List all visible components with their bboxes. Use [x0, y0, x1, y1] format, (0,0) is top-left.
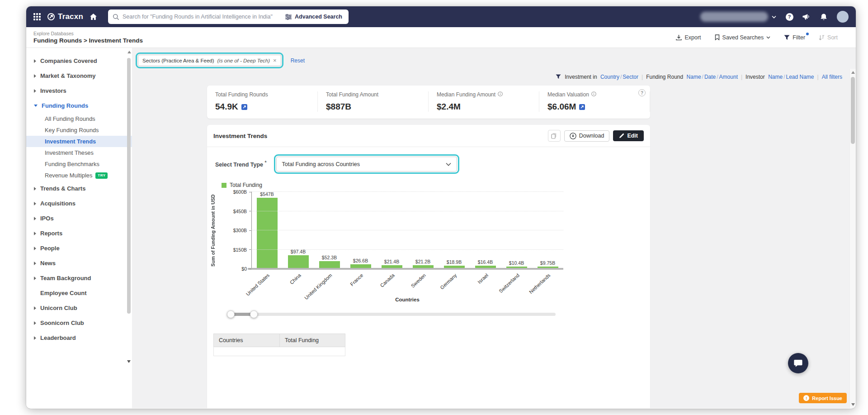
- sidebar-item-market-taxonomy[interactable]: Market & Taxonomy: [26, 68, 132, 83]
- reset-filters-link[interactable]: Reset: [291, 57, 305, 64]
- separator: |: [817, 74, 819, 80]
- legend-label: Total Funding: [230, 182, 262, 188]
- user-menu[interactable]: [700, 12, 776, 22]
- table-row: [213, 347, 345, 356]
- sidebar-item-soonicorn-club[interactable]: Soonicorn Club: [26, 315, 132, 330]
- bar-slot: $16.4B: [470, 259, 501, 268]
- search-input[interactable]: [123, 14, 279, 20]
- sidebar-item-all-funding-rounds[interactable]: All Funding Rounds: [26, 113, 132, 124]
- expand-icon[interactable]: [579, 104, 585, 110]
- sidebar-item-people[interactable]: People: [26, 241, 132, 256]
- scroll-up-icon[interactable]: [851, 71, 855, 74]
- pencil-icon: [619, 133, 624, 138]
- all-filters-link[interactable]: All filters: [822, 74, 842, 80]
- sidebar-item-revenue-multiples[interactable]: Revenue MultiplesTRY: [26, 170, 132, 181]
- sidebar-item-companies-covered[interactable]: Companies Covered: [26, 53, 132, 68]
- separator: |: [741, 74, 742, 80]
- trend-type-select[interactable]: Total Funding across Countries: [276, 157, 457, 172]
- sidebar-item-acquisitions[interactable]: Acquisitions: [26, 196, 132, 211]
- gridline: [251, 249, 563, 250]
- filter-button[interactable]: Filter: [784, 34, 805, 41]
- scroll-down-icon[interactable]: [851, 403, 855, 406]
- info-icon[interactable]: [591, 91, 596, 98]
- quick-filter-sector[interactable]: Sector: [623, 74, 638, 80]
- bar-france[interactable]: [350, 264, 371, 268]
- sort-button[interactable]: Sort: [819, 34, 838, 41]
- notifications-button[interactable]: [820, 13, 828, 21]
- quick-filter-amount[interactable]: Amount: [719, 74, 738, 80]
- sidebar-scroll-thumb[interactable]: [127, 58, 131, 314]
- home-icon[interactable]: [90, 13, 97, 20]
- x-label-slot: France: [345, 269, 376, 297]
- help-icon[interactable]: ?: [638, 89, 646, 96]
- sidebar-item-leaderboard[interactable]: Leaderboard: [26, 330, 132, 345]
- copy-button[interactable]: [548, 130, 561, 142]
- announcements-button[interactable]: [802, 13, 811, 21]
- sidebar-item-investment-theses[interactable]: Investment Theses: [26, 147, 132, 158]
- edit-button[interactable]: Edit: [613, 130, 644, 141]
- chevron-right-icon: [34, 306, 36, 310]
- stat-value: $6.06M: [547, 102, 642, 112]
- bar-slot: $18.9B: [439, 259, 470, 268]
- chat-widget-button[interactable]: [788, 353, 808, 373]
- page-scrollbar[interactable]: [849, 69, 856, 408]
- advanced-search-button[interactable]: Advanced Search: [279, 10, 349, 24]
- bar-china[interactable]: [288, 255, 309, 268]
- export-button[interactable]: Export: [676, 34, 701, 41]
- x-axis-title: Countries: [251, 297, 563, 302]
- user-name-redacted: [700, 12, 768, 22]
- table-header-countries[interactable]: Countries: [213, 334, 279, 347]
- x-tick-label: France: [349, 272, 364, 287]
- report-issue-button[interactable]: ! Report Issue: [799, 393, 847, 403]
- slider-handle-right[interactable]: [250, 310, 258, 318]
- scroll-up-icon: [127, 51, 131, 53]
- chevron-down-icon: [766, 36, 770, 39]
- quick-filter-lead-name[interactable]: Lead Name: [786, 74, 814, 80]
- slider-track[interactable]: [227, 313, 556, 316]
- scroll-thumb[interactable]: [851, 77, 855, 144]
- gridline: [251, 230, 563, 230]
- bar-united-kingdom[interactable]: [319, 261, 340, 268]
- sidebar-item-investment-trends[interactable]: Investment Trends: [26, 136, 132, 147]
- sidebar-item-ipos[interactable]: IPOs: [26, 211, 132, 226]
- chevron-right-icon: [34, 321, 36, 325]
- table-header-total-funding[interactable]: Total Funding: [279, 334, 345, 347]
- sidebar-item-key-funding-rounds[interactable]: Key Funding Rounds: [26, 124, 132, 136]
- sidebar-item-reports[interactable]: Reports: [26, 226, 132, 241]
- tracxn-logo-icon: [47, 13, 55, 21]
- slider-handle-left[interactable]: [227, 310, 235, 318]
- x-tick-label: United States: [245, 272, 270, 297]
- close-icon[interactable]: ×: [273, 57, 277, 64]
- avatar[interactable]: [837, 11, 849, 23]
- bar-united-states[interactable]: [257, 198, 278, 268]
- help-button[interactable]: ?: [785, 13, 793, 21]
- sidebar-item-unicorn-club[interactable]: Unicorn Club: [26, 301, 132, 315]
- megaphone-icon: [802, 13, 811, 20]
- app-grid-icon[interactable]: [33, 13, 41, 20]
- bookmark-icon: [715, 34, 720, 40]
- scroll-down-icon: [127, 360, 131, 363]
- bar-slot: $21.2B: [407, 259, 439, 268]
- sidebar-item-employee-count[interactable]: Employee Count: [26, 286, 132, 301]
- expand-icon[interactable]: [241, 104, 247, 110]
- sidebar-item-funding-rounds[interactable]: Funding Rounds: [26, 98, 132, 113]
- x-tick-label: Canada: [379, 272, 395, 288]
- sidebar-item-investors[interactable]: Investors: [26, 83, 132, 98]
- quick-filter-name[interactable]: Name: [768, 74, 783, 80]
- quick-filter-country[interactable]: Country: [600, 74, 619, 80]
- sidebar-item-trends-charts[interactable]: Trends & Charts: [26, 181, 132, 196]
- filter-chip[interactable]: Sectors (Practice Area & Feed) (is one o…: [138, 55, 281, 66]
- chevron-right-icon: [34, 202, 36, 205]
- sidebar-item-team-background[interactable]: Team Background: [26, 271, 132, 286]
- sidebar-item-news[interactable]: News: [26, 256, 132, 271]
- quick-filter-date[interactable]: Date: [704, 74, 716, 80]
- download-button[interactable]: Download: [564, 130, 610, 142]
- quick-filter-name[interactable]: Name: [687, 74, 701, 80]
- stat-median-valuation: Median Valuation$6.06M: [539, 91, 650, 112]
- sidebar-item-funding-benchmarks[interactable]: Funding Benchmarks: [26, 158, 132, 170]
- info-icon[interactable]: [498, 91, 503, 98]
- sidebar-item-label: IPOs: [40, 215, 54, 222]
- saved-searches-button[interactable]: Saved Searches: [715, 34, 771, 41]
- brand-logo[interactable]: Tracxn: [47, 12, 83, 21]
- sidebar-scrollbar[interactable]: [127, 51, 132, 363]
